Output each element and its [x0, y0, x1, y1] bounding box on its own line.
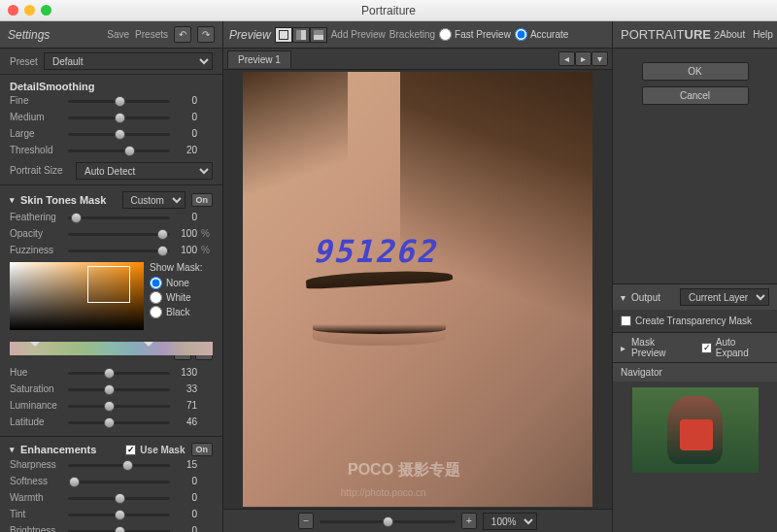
luminance-value: 71: [174, 400, 197, 411]
hue-strip[interactable]: [10, 342, 213, 355]
window-titlebar: Portraiture: [0, 0, 777, 21]
ok-button[interactable]: OK: [642, 62, 749, 81]
chevron-right-icon[interactable]: ▸: [621, 343, 625, 353]
navigator-section: Navigator: [613, 362, 777, 473]
zoom-slider[interactable]: [320, 515, 456, 528]
feathering-label: Feathering: [10, 212, 64, 222]
color-picker[interactable]: [10, 262, 144, 330]
zoom-out-button[interactable]: −: [298, 513, 314, 529]
bracketing-button[interactable]: Bracketing: [389, 29, 435, 40]
warmth-slider[interactable]: [68, 491, 170, 505]
opacity-slider[interactable]: [68, 227, 170, 241]
brightness-value: 0: [174, 525, 197, 532]
fuzziness-label: Fuzziness: [10, 245, 64, 255]
latitude-slider[interactable]: [68, 416, 170, 429]
mask-black-radio[interactable]: Black: [150, 305, 202, 319]
feathering-value: 0: [174, 212, 197, 222]
settings-title: Settings: [8, 28, 50, 42]
watermark-text: 951262: [313, 233, 437, 270]
fast-preview-radio[interactable]: Fast Preview: [439, 28, 511, 41]
preview-image: 951262 POCO 摄影专题 http://photo.poco.cn: [243, 72, 592, 507]
warmth-value: 0: [174, 492, 197, 503]
softness-label: Softness: [10, 476, 64, 486]
skin-toggle[interactable]: On: [191, 193, 214, 207]
sharpness-slider[interactable]: [68, 458, 170, 472]
fuzziness-slider[interactable]: [68, 244, 170, 257]
auto-expand-checkbox[interactable]: Auto Expand: [701, 337, 769, 358]
about-link[interactable]: About: [720, 29, 745, 40]
luminance-slider[interactable]: [68, 399, 170, 413]
fine-label: Fine: [10, 95, 64, 106]
large-value: 0: [174, 128, 197, 139]
saturation-value: 33: [174, 383, 197, 394]
large-slider[interactable]: [68, 127, 170, 141]
luminance-label: Luminance: [10, 400, 64, 411]
zoom-bar: − + 100%: [223, 509, 612, 532]
warmth-label: Warmth: [10, 492, 64, 503]
portrait-size-select[interactable]: Auto Detect: [76, 162, 213, 180]
opacity-value: 100: [174, 228, 197, 239]
redo-button[interactable]: ↷: [197, 26, 215, 43]
medium-slider[interactable]: [68, 111, 170, 124]
zoom-select[interactable]: 100%: [483, 513, 537, 530]
hue-value: 130: [174, 367, 197, 378]
tint-slider[interactable]: [68, 508, 170, 521]
navigator-thumbnail[interactable]: [632, 387, 759, 473]
medium-value: 0: [174, 112, 197, 122]
mask-preview-title: Mask Preview: [631, 337, 690, 358]
chevron-down-icon[interactable]: ▾: [621, 292, 625, 303]
view-split-h-button[interactable]: [292, 27, 310, 43]
watermark-url: http://photo.poco.cn: [341, 487, 426, 498]
mask-preview-section: ▸ Mask Preview Auto Expand: [613, 332, 777, 362]
show-mask-options: Show Mask: None White Black: [150, 262, 202, 338]
tab-menu-button[interactable]: ▾: [591, 51, 608, 66]
preview-title: Preview: [229, 28, 271, 42]
feathering-slider[interactable]: [68, 211, 170, 224]
transparency-checkbox[interactable]: Create Transparency Mask: [621, 316, 769, 326]
preview-canvas[interactable]: 951262 POCO 摄影专题 http://photo.poco.cn: [223, 70, 612, 509]
fine-slider[interactable]: [68, 94, 170, 108]
sharpness-value: 15: [174, 459, 197, 470]
navigator-title: Navigator: [621, 367, 662, 378]
undo-button[interactable]: ↶: [174, 26, 191, 43]
help-link[interactable]: Help: [753, 29, 773, 40]
prev-tab-button[interactable]: ◂: [558, 51, 575, 66]
view-split-v-button[interactable]: [310, 27, 327, 43]
preset-select[interactable]: Default: [44, 52, 213, 70]
use-mask-checkbox[interactable]: Use Mask: [125, 445, 185, 455]
tint-label: Tint: [10, 509, 64, 519]
accurate-radio[interactable]: Accurate: [515, 28, 568, 41]
preview-tab-1[interactable]: Preview 1: [227, 50, 291, 68]
watermark-brand: POCO 摄影专题: [348, 460, 460, 481]
skin-mode-select[interactable]: Custom: [122, 191, 186, 209]
threshold-slider[interactable]: [68, 144, 170, 157]
saturation-slider[interactable]: [68, 382, 170, 396]
mask-white-radio[interactable]: White: [150, 290, 202, 305]
brightness-label: Brightness: [10, 525, 64, 532]
zoom-in-button[interactable]: +: [461, 513, 477, 529]
next-tab-button[interactable]: ▸: [575, 51, 591, 66]
softness-slider[interactable]: [68, 475, 170, 488]
window-title: Portraiture: [0, 4, 777, 17]
hue-slider[interactable]: [68, 366, 170, 380]
fuzziness-value: 100: [174, 245, 197, 255]
large-label: Large: [10, 128, 64, 139]
settings-panel: Settings Save Presets ↶ ↷ Preset Default…: [0, 21, 223, 532]
skin-tones-title: Skin Tones Mask: [20, 194, 106, 206]
output-mode-select[interactable]: Current Layer: [680, 288, 769, 306]
output-section: ▾ Output Current Layer Create Transparen…: [613, 283, 777, 332]
enh-toggle[interactable]: On: [191, 443, 214, 456]
output-title: Output: [631, 292, 660, 303]
brightness-slider[interactable]: [68, 524, 170, 533]
add-preview-button[interactable]: Add Preview: [331, 29, 386, 40]
sharpness-label: Sharpness: [10, 459, 64, 470]
chevron-down-icon[interactable]: ▾: [10, 195, 15, 205]
chevron-down-icon[interactable]: ▾: [10, 445, 15, 454]
cancel-button[interactable]: Cancel: [642, 86, 749, 105]
preview-panel: Preview Add Preview Bracketing Fast Prev…: [223, 21, 612, 532]
view-single-button[interactable]: [275, 27, 292, 43]
threshold-value: 20: [174, 145, 197, 155]
presets-button[interactable]: Presets: [135, 29, 168, 40]
mask-none-radio[interactable]: None: [150, 276, 202, 290]
save-button[interactable]: Save: [107, 29, 129, 40]
